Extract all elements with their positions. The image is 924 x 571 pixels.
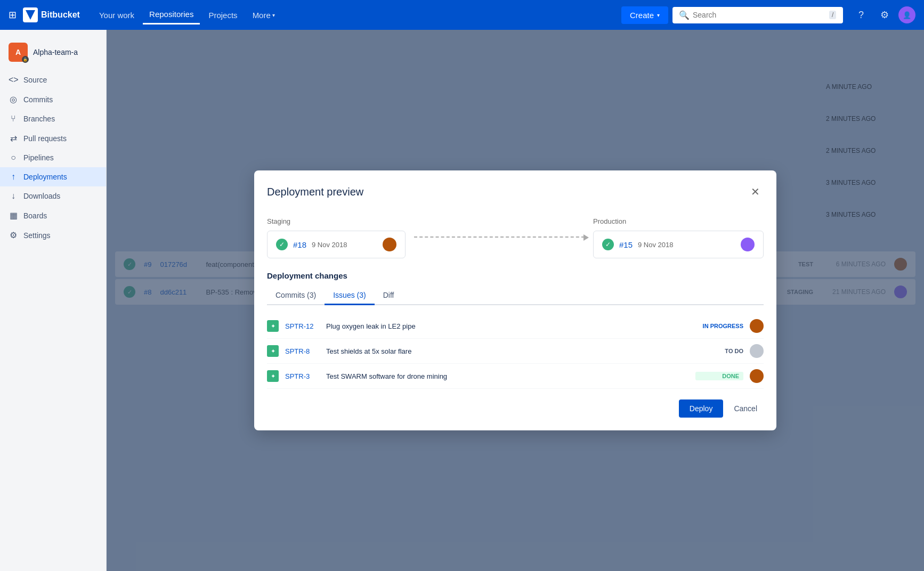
create-chevron-icon: ▾ — [657, 12, 660, 18]
issue-summary: Plug oxygen leak in LE2 pipe — [326, 322, 689, 330]
modal-backdrop: Deployment preview ✕ Staging ✓ #18 9 Nov… — [107, 30, 924, 571]
staging-label: Staging — [267, 217, 406, 225]
settings-nav-icon: ⚙ — [9, 230, 18, 240]
grid-icon[interactable]: ⊞ — [9, 9, 17, 21]
workspace-name: Alpha-team-a — [33, 48, 78, 56]
sidebar-item-pull-requests[interactable]: ⇄Pull requests — [0, 128, 106, 148]
branches-icon: ⑂ — [9, 114, 18, 124]
sidebar-item-branches[interactable]: ⑂Branches — [0, 109, 106, 128]
production-date: 9 Nov 2018 — [638, 241, 735, 249]
search-bar[interactable]: 🔍 / — [672, 7, 843, 23]
production-build[interactable]: #15 — [619, 240, 633, 249]
issue-summary: Test shields at 5x solar flare — [326, 347, 689, 355]
deploy-environments: Staging ✓ #18 9 Nov 2018 — [254, 209, 776, 267]
bitbucket-logo-icon — [23, 7, 38, 22]
staging-card: ✓ #18 9 Nov 2018 — [276, 238, 396, 251]
create-button[interactable]: Create ▾ — [621, 6, 668, 24]
pipelines-icon: ○ — [9, 153, 18, 162]
workspace-header[interactable]: A 🔒 Alpha-team-a — [0, 38, 106, 70]
issue-assignee-avatar — [750, 369, 764, 383]
nav-your-work[interactable]: Your work — [93, 6, 141, 24]
avatar[interactable]: 👤 — [898, 6, 915, 23]
sidebar-item-settings[interactable]: ⚙Settings — [0, 225, 106, 245]
search-shortcut-badge: / — [829, 11, 836, 19]
cancel-button[interactable]: Cancel — [727, 399, 764, 418]
sidebar-nav: <>Source ◎Commits ⑂Branches ⇄Pull reques… — [0, 70, 106, 245]
issue-type-icon: ✦ — [267, 370, 279, 382]
staging-build[interactable]: #18 — [293, 240, 306, 249]
boards-icon: ▦ — [9, 210, 18, 221]
issue-assignee-avatar — [750, 344, 764, 358]
sidebar: A 🔒 Alpha-team-a <>Source ◎Commits ⑂Bran… — [0, 30, 107, 571]
list-item: ✦ SPTR-8 Test shields at 5x solar flare … — [267, 339, 764, 364]
nav-projects[interactable]: Projects — [202, 6, 244, 24]
arrow-head-icon — [583, 234, 589, 241]
search-input[interactable] — [693, 11, 826, 19]
sidebar-item-boards[interactable]: ▦Boards — [0, 206, 106, 225]
deployment-changes-section: Deployment changes Commits (3) Issues (3… — [254, 267, 776, 389]
navbar-logo[interactable]: Bitbucket — [23, 7, 80, 22]
issue-summary: Test SWARM software for drone mining — [326, 372, 689, 380]
issue-key[interactable]: SPTR-3 — [285, 372, 320, 380]
staging-environment: Staging ✓ #18 9 Nov 2018 — [267, 217, 406, 258]
commits-icon: ◎ — [9, 94, 18, 104]
issue-status-badge: TO DO — [695, 348, 743, 354]
issue-type-icon: ✦ — [267, 345, 279, 357]
tab-commits[interactable]: Commits (3) — [267, 287, 325, 305]
arrow-connector — [406, 236, 593, 238]
navbar-icons: ? ⚙ 👤 — [852, 5, 915, 25]
production-card: ✓ #15 9 Nov 2018 — [602, 238, 755, 251]
production-environment: Production ✓ #15 9 Nov 2018 — [593, 217, 764, 258]
downloads-icon: ↓ — [9, 191, 18, 201]
lock-icon: 🔒 — [22, 56, 29, 63]
sidebar-item-pipelines[interactable]: ○Pipelines — [0, 148, 106, 167]
main-layout: A 🔒 Alpha-team-a <>Source ◎Commits ⑂Bran… — [0, 30, 924, 571]
staging-avatar — [383, 238, 396, 251]
production-box: ✓ #15 9 Nov 2018 — [593, 231, 764, 258]
issue-type-icon: ✦ — [267, 320, 279, 332]
production-label: Production — [593, 217, 764, 225]
navbar: ⊞ Bitbucket Your work Repositories Proje… — [0, 0, 924, 30]
tab-diff[interactable]: Diff — [375, 287, 403, 305]
deployment-changes-title: Deployment changes — [267, 271, 764, 280]
deployment-preview-modal: Deployment preview ✕ Staging ✓ #18 9 Nov… — [254, 170, 776, 430]
nav-more[interactable]: More ▾ — [246, 6, 281, 24]
issue-status-badge: DONE — [695, 372, 743, 380]
issue-key[interactable]: SPTR-8 — [285, 347, 320, 355]
arrow-line — [414, 236, 585, 238]
modal-header: Deployment preview ✕ — [254, 170, 776, 209]
search-icon: 🔍 — [679, 10, 690, 20]
navbar-nav: Your work Repositories Projects More ▾ — [93, 5, 281, 25]
more-chevron-icon: ▾ — [272, 12, 275, 18]
changes-tabs: Commits (3) Issues (3) Diff — [267, 287, 764, 305]
issue-status-badge: IN PROGRESS — [695, 323, 743, 329]
source-icon: <> — [9, 75, 18, 85]
sidebar-item-commits[interactable]: ◎Commits — [0, 89, 106, 109]
list-item: ✦ SPTR-3 Test SWARM software for drone m… — [267, 364, 764, 389]
modal-footer: Deploy Cancel — [254, 389, 776, 430]
bitbucket-logo-text: Bitbucket — [41, 10, 80, 20]
staging-status-icon: ✓ — [276, 239, 288, 250]
issue-assignee-avatar — [750, 319, 764, 333]
pull-requests-icon: ⇄ — [9, 133, 18, 143]
sidebar-item-deployments[interactable]: ↑Deployments — [0, 167, 106, 186]
workspace-icon: A 🔒 — [9, 43, 28, 62]
settings-icon[interactable]: ⚙ — [875, 5, 894, 25]
deploy-button[interactable]: Deploy — [679, 399, 724, 418]
sidebar-item-source[interactable]: <>Source — [0, 70, 106, 89]
production-status-icon: ✓ — [602, 239, 614, 250]
modal-title: Deployment preview — [267, 186, 363, 198]
content-area: ✓ #9 017276d feat(component): fS-1063 Wh… — [107, 30, 924, 571]
nav-repositories[interactable]: Repositories — [143, 5, 200, 25]
staging-date: 9 Nov 2018 — [312, 241, 377, 249]
issues-list: ✦ SPTR-12 Plug oxygen leak in LE2 pipe I… — [267, 314, 764, 389]
close-button[interactable]: ✕ — [747, 183, 764, 200]
production-avatar — [741, 238, 755, 251]
deployments-icon: ↑ — [9, 172, 18, 182]
sidebar-item-downloads[interactable]: ↓Downloads — [0, 186, 106, 206]
tab-issues[interactable]: Issues (3) — [325, 287, 374, 305]
staging-box: ✓ #18 9 Nov 2018 — [267, 231, 406, 258]
help-icon[interactable]: ? — [852, 5, 871, 25]
issue-key[interactable]: SPTR-12 — [285, 322, 320, 330]
list-item: ✦ SPTR-12 Plug oxygen leak in LE2 pipe I… — [267, 314, 764, 339]
